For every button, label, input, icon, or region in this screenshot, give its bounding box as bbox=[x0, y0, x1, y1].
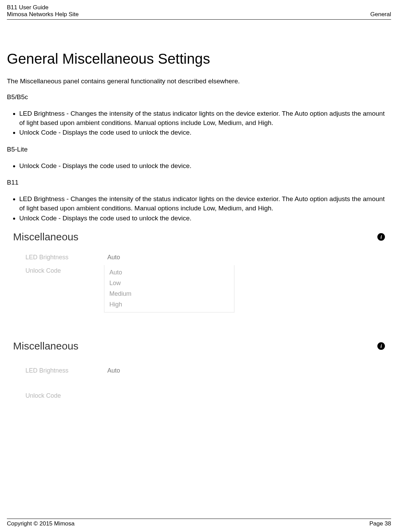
guide-title: B11 User Guide bbox=[7, 4, 79, 11]
led-brightness-dropdown[interactable]: Auto bbox=[104, 365, 385, 376]
panel-title: Miscellaneous bbox=[13, 340, 78, 352]
page-number: Page 38 bbox=[369, 520, 391, 527]
unlock-code-label: Unlock Code bbox=[25, 265, 104, 313]
misc-panel-open: Miscellaneous i LED Brightness Auto Unlo… bbox=[7, 231, 391, 313]
copyright-text: Copyright © 2015 Mimosa bbox=[7, 520, 75, 527]
section-b5-label: B5/B5c bbox=[7, 93, 391, 101]
section-b11-list: LED Brightness - Changes the intensity o… bbox=[19, 195, 391, 223]
page-footer: Copyright © 2015 Mimosa Page 38 bbox=[7, 519, 391, 527]
led-brightness-options: Auto Low Medium High bbox=[104, 265, 235, 313]
led-brightness-dropdown[interactable]: Auto bbox=[104, 252, 385, 263]
section-b5-list: LED Brightness - Changes the intensity o… bbox=[19, 109, 391, 137]
dropdown-option-high[interactable]: High bbox=[105, 299, 234, 310]
list-item: Unlock Code - Displays the code used to … bbox=[19, 214, 391, 223]
section-b5lite-label: B5-Lite bbox=[7, 146, 391, 153]
section-b5lite-list: Unlock Code - Displays the code used to … bbox=[19, 161, 391, 171]
info-icon[interactable]: i bbox=[377, 342, 385, 350]
unlock-code-label: Unlock Code bbox=[25, 390, 104, 399]
dropdown-option-low[interactable]: Low bbox=[105, 278, 234, 289]
misc-panel-closed: Miscellaneous i LED Brightness Auto Unlo… bbox=[7, 340, 391, 399]
panel-title: Miscellaneous bbox=[13, 231, 78, 243]
dropdown-option-auto[interactable]: Auto bbox=[105, 267, 234, 278]
site-name: Mimosa Networks Help Site bbox=[7, 11, 79, 18]
page-header: B11 User Guide Mimosa Networks Help Site… bbox=[7, 4, 391, 20]
led-brightness-label: LED Brightness bbox=[25, 252, 104, 264]
led-brightness-label: LED Brightness bbox=[25, 365, 104, 377]
page-title: General Miscellaneous Settings bbox=[7, 51, 391, 67]
info-icon[interactable]: i bbox=[377, 233, 385, 241]
section-label: General bbox=[370, 11, 391, 18]
list-item: Unlock Code - Displays the code used to … bbox=[19, 161, 391, 171]
dropdown-option-medium[interactable]: Medium bbox=[105, 289, 234, 299]
list-item: LED Brightness - Changes the intensity o… bbox=[19, 195, 391, 213]
list-item: LED Brightness - Changes the intensity o… bbox=[19, 109, 391, 127]
intro-text: The Miscellaneous panel contains general… bbox=[7, 77, 391, 85]
main-content: General Miscellaneous Settings The Misce… bbox=[7, 20, 391, 399]
list-item: Unlock Code - Displays the code used to … bbox=[19, 128, 391, 137]
section-b11-label: B11 bbox=[7, 179, 391, 186]
